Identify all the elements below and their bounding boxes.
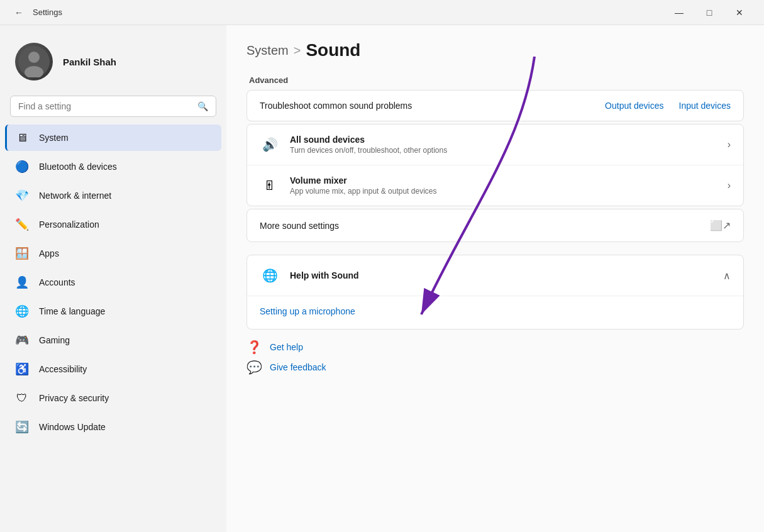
accounts-icon: 👤	[15, 275, 29, 289]
sidebar-item-label-bluetooth: Bluetooth & devices	[39, 162, 117, 172]
volume-mixer-desc: App volume mix, app input & output devic…	[290, 187, 728, 196]
sidebar-item-network[interactable]: 💎 Network & internet	[5, 182, 221, 209]
all-sound-devices-text: All sound devices Turn devices on/off, t…	[290, 135, 728, 155]
all-sound-devices-title: All sound devices	[290, 135, 728, 145]
sidebar-item-apps[interactable]: 🪟 Apps	[5, 240, 221, 267]
get-help-item[interactable]: ❓ Get help	[246, 340, 744, 355]
svg-point-1	[28, 52, 40, 63]
advanced-section-label: Advanced	[246, 75, 744, 85]
volume-mixer-title: Volume mixer	[290, 175, 728, 186]
volume-mixer-icon: 🎚	[260, 175, 280, 196]
volume-mixer-row[interactable]: 🎚 Volume mixer App volume mix, app input…	[247, 165, 743, 206]
troubleshoot-links: Output devices Input devices	[605, 101, 731, 111]
troubleshoot-row: Troubleshoot common sound problems Outpu…	[246, 90, 744, 121]
bottom-links: ❓ Get help 💬 Give feedback	[246, 340, 744, 375]
search-box[interactable]: 🔍	[10, 96, 216, 117]
system-icon: 🖥	[15, 131, 29, 145]
help-title: Help with Sound	[290, 270, 723, 280]
troubleshoot-title: Troubleshoot common sound problems	[260, 101, 605, 111]
gaming-icon: 🎮	[15, 333, 29, 347]
breadcrumb-parent[interactable]: System	[246, 43, 289, 58]
sidebar-item-accessibility[interactable]: ♿ Accessibility	[5, 356, 221, 382]
sidebar-item-label-privacy: Privacy & security	[39, 393, 109, 403]
windows-update-icon: 🔄	[15, 420, 29, 434]
titlebar: ← Settings — □ ✕	[0, 0, 764, 25]
sidebar-item-label-windows-update: Windows Update	[39, 422, 106, 432]
volume-mixer-chevron: ›	[728, 180, 731, 191]
bluetooth-icon: 🔵	[15, 160, 29, 174]
all-sound-devices-desc: Turn devices on/off, troubleshoot, other…	[290, 146, 728, 155]
sidebar-item-privacy[interactable]: 🛡 Privacy & security	[5, 385, 221, 411]
sidebar-item-gaming[interactable]: 🎮 Gaming	[5, 327, 221, 353]
network-icon: 💎	[15, 189, 29, 202]
help-header[interactable]: 🌐 Help with Sound ∧	[247, 255, 743, 296]
volume-mixer-text: Volume mixer App volume mix, app input &…	[290, 175, 728, 196]
maximize-button[interactable]: □	[695, 3, 724, 23]
content-area: System > Sound Advanced Troubleshoot com…	[226, 25, 764, 532]
give-feedback-item[interactable]: 💬 Give feedback	[246, 360, 744, 375]
help-chevron-icon: ∧	[723, 270, 731, 282]
sidebar-item-label-time: Time & language	[39, 306, 105, 316]
section-gap	[246, 245, 744, 255]
close-button[interactable]: ✕	[725, 3, 754, 23]
search-input[interactable]	[18, 101, 192, 111]
sidebar-item-label-accessibility: Accessibility	[39, 364, 87, 374]
sidebar-item-label-network: Network & internet	[39, 191, 111, 201]
get-help-text: Get help	[270, 342, 303, 352]
main-layout: Pankil Shah 🔍 🖥 System 🔵 Bluetooth & dev…	[0, 25, 764, 532]
sidebar-item-label-gaming: Gaming	[39, 335, 70, 345]
all-sound-devices-chevron: ›	[728, 139, 731, 150]
output-devices-link[interactable]: Output devices	[605, 101, 663, 111]
apps-icon: 🪟	[15, 247, 29, 260]
sidebar: Pankil Shah 🔍 🖥 System 🔵 Bluetooth & dev…	[0, 25, 226, 532]
sidebar-item-personalization[interactable]: ✏️ Personalization	[5, 211, 221, 238]
all-sound-devices-icon: 🔊	[260, 135, 280, 155]
breadcrumb-separator: >	[294, 43, 301, 58]
sidebar-item-windows-update[interactable]: 🔄 Windows Update	[5, 414, 221, 440]
user-name: Pankil Shah	[63, 57, 116, 67]
give-feedback-icon: 💬	[246, 360, 262, 375]
sidebar-item-label-system: System	[39, 133, 69, 143]
breadcrumb: System > Sound	[246, 40, 744, 60]
all-sound-devices-row[interactable]: 🔊 All sound devices Turn devices on/off,…	[247, 125, 743, 165]
sound-devices-card: 🔊 All sound devices Turn devices on/off,…	[246, 124, 744, 206]
help-body: Setting up a microphone	[247, 296, 743, 329]
minimize-button[interactable]: —	[665, 3, 694, 23]
more-settings-title: More sound settings	[260, 221, 710, 231]
get-help-icon: ❓	[246, 340, 262, 355]
accessibility-icon: ♿	[15, 362, 29, 376]
privacy-icon: 🛡	[15, 391, 29, 405]
setup-microphone-link[interactable]: Setting up a microphone	[260, 304, 731, 319]
search-icon: 🔍	[197, 101, 208, 111]
give-feedback-text: Give feedback	[270, 362, 326, 372]
external-link-icon: ⬜↗	[710, 219, 731, 231]
avatar-image	[15, 43, 53, 80]
sidebar-item-system[interactable]: 🖥 System	[5, 125, 221, 151]
back-button[interactable]: ←	[10, 4, 28, 21]
sidebar-item-accounts[interactable]: 👤 Accounts	[5, 269, 221, 296]
sidebar-item-label-apps: Apps	[39, 248, 59, 258]
breadcrumb-current: Sound	[306, 40, 360, 60]
user-profile: Pankil Shah	[5, 35, 221, 88]
input-devices-link[interactable]: Input devices	[679, 101, 731, 111]
sidebar-item-bluetooth[interactable]: 🔵 Bluetooth & devices	[5, 153, 221, 180]
sidebar-item-time[interactable]: 🌐 Time & language	[5, 298, 221, 324]
more-sound-settings-row[interactable]: More sound settings ⬜↗	[246, 209, 744, 242]
sidebar-item-label-personalization: Personalization	[39, 219, 99, 230]
personalization-icon: ✏️	[15, 218, 29, 231]
avatar	[15, 43, 53, 80]
window-controls: — □ ✕	[665, 3, 754, 23]
app-title: Settings	[33, 8, 665, 17]
sidebar-item-label-accounts: Accounts	[39, 277, 75, 287]
time-icon: 🌐	[15, 304, 29, 318]
help-card: 🌐 Help with Sound ∧ Setting up a microph…	[246, 255, 744, 330]
help-icon: 🌐	[260, 265, 280, 285]
